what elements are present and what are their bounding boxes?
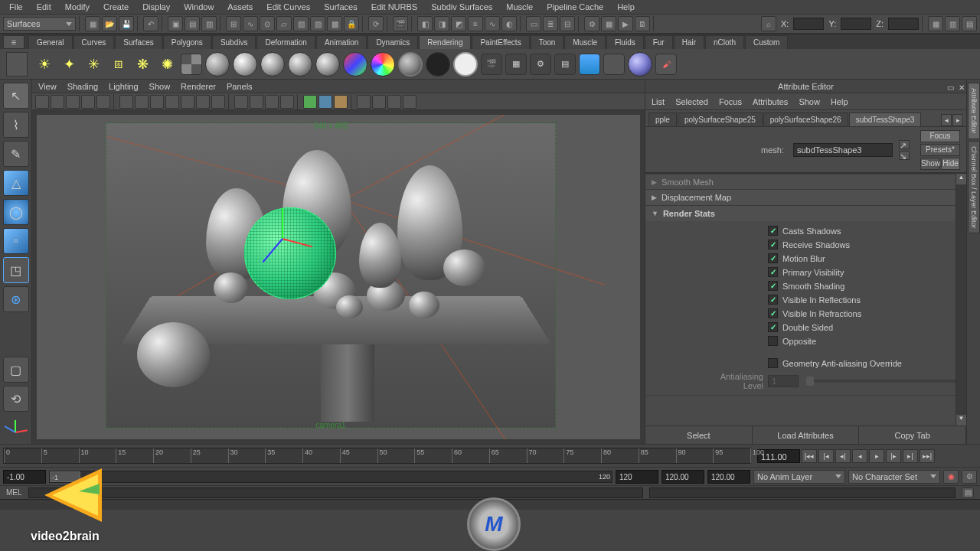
select-by-type-icon[interactable]: ▣: [168, 16, 183, 31]
select-all-icon[interactable]: ▥: [201, 16, 217, 31]
auto-key-icon[interactable]: ◉: [943, 470, 959, 484]
toggle-tool-settings-icon[interactable]: ▥: [945, 16, 960, 31]
spot-light-icon[interactable]: ✦: [58, 54, 80, 75]
menu-surfaces[interactable]: Surfaces: [318, 1, 363, 13]
scrollbar[interactable]: ▲ ▼: [956, 174, 966, 425]
vp-menu-renderer[interactable]: Renderer: [181, 82, 216, 91]
render-stat-checkbox[interactable]: ✓: [768, 240, 778, 249]
batch-render-icon[interactable]: [603, 54, 625, 75]
x-field[interactable]: [793, 18, 824, 30]
menu-file[interactable]: File: [3, 1, 29, 13]
script-editor-icon[interactable]: ▤: [962, 487, 974, 498]
gizmo-y-axis[interactable]: [282, 208, 283, 239]
menu-pipeline-cache[interactable]: Pipeline Cache: [541, 1, 609, 13]
shelf-tab-hair[interactable]: Hair: [674, 35, 704, 49]
shelf-tab-fluids[interactable]: Fluids: [606, 35, 644, 49]
render-stat-checkbox[interactable]: ✓: [768, 322, 778, 332]
layout-single-icon[interactable]: ▢: [3, 357, 29, 383]
vp-expose-icon[interactable]: [403, 95, 416, 109]
anisotropic-material-icon[interactable]: [315, 52, 340, 77]
ae-tab-next-icon[interactable]: ▸: [952, 114, 963, 126]
command-input[interactable]: [28, 487, 643, 498]
make-live-icon[interactable]: ▩: [327, 16, 342, 31]
lambert-material-icon[interactable]: [205, 52, 230, 77]
copy-tab-button[interactable]: Copy Tab: [859, 426, 966, 444]
phong-e-material-icon[interactable]: [288, 52, 312, 77]
snap-point-icon[interactable]: ⊙: [260, 16, 275, 31]
shelf-tab-curves[interactable]: Curves: [74, 35, 115, 49]
vp-menu-lighting[interactable]: Lighting: [109, 82, 139, 91]
outliner-icon[interactable]: ≡: [468, 16, 483, 31]
layout-icon[interactable]: ⊟: [560, 16, 575, 31]
phong-material-icon[interactable]: [260, 52, 285, 77]
mesh-name-field[interactable]: [793, 143, 893, 157]
vp-menu-show[interactable]: Show: [149, 82, 171, 91]
vp-shadows-icon[interactable]: [303, 95, 317, 109]
presets-button[interactable]: Presets*: [920, 144, 960, 156]
construction-plane-icon[interactable]: ▭: [526, 16, 541, 31]
menu-edit-nurbs[interactable]: Edit NURBS: [365, 1, 424, 13]
vp-camera-select-icon[interactable]: [35, 95, 49, 109]
geom-aa-checkbox[interactable]: [768, 358, 778, 368]
menu-help[interactable]: Help: [611, 1, 641, 13]
render-stat-checkbox[interactable]: [768, 336, 778, 346]
render-stat-checkbox[interactable]: ✓: [768, 226, 778, 236]
ae-tab-2[interactable]: polySurfaceShape26: [763, 112, 848, 126]
new-scene-icon[interactable]: ▦: [85, 16, 100, 31]
render-stat-checkbox[interactable]: ✓: [768, 281, 778, 291]
blinn-material-icon[interactable]: [233, 52, 257, 77]
step-forward-key-icon[interactable]: ▸|: [903, 449, 918, 463]
paint-select-tool-icon[interactable]: ✎: [3, 141, 29, 167]
shelf-tab-toon[interactable]: Toon: [531, 35, 564, 49]
ipr-render-icon[interactable]: ▦: [505, 54, 527, 75]
snap-curve-icon[interactable]: ∿: [243, 16, 258, 31]
select-by-name-icon[interactable]: ▤: [185, 16, 200, 31]
menu-modify[interactable]: Modify: [59, 1, 96, 13]
move-tool-icon[interactable]: △: [3, 170, 29, 196]
vp-field-chart-icon[interactable]: [181, 95, 194, 109]
range-start-field[interactable]: -1.00: [3, 470, 46, 484]
shelf-tab-muscle[interactable]: Muscle: [564, 35, 606, 49]
texture-checker-icon[interactable]: [181, 54, 202, 75]
mental-ray-icon[interactable]: [628, 52, 652, 77]
render-globals-icon[interactable]: ⚙: [584, 16, 599, 31]
vp-menu-view[interactable]: View: [38, 82, 57, 91]
script-lang-label[interactable]: MEL: [6, 488, 22, 497]
lock-selection-icon[interactable]: 🔒: [344, 16, 359, 31]
go-to-start-icon[interactable]: |◂◂: [802, 449, 817, 463]
ae-menu-selected[interactable]: Selected: [675, 97, 708, 106]
vp-camera-attr-icon[interactable]: [51, 95, 64, 109]
module-dropdown[interactable]: Surfaces: [3, 17, 76, 31]
anim-start-field[interactable]: 120.00: [662, 470, 704, 484]
section-render-stats-header[interactable]: ▼ Render Stats: [645, 206, 966, 221]
select-tool-icon[interactable]: ↖: [3, 83, 29, 109]
hypershade-icon[interactable]: ▤: [554, 54, 576, 75]
focus-button[interactable]: Focus: [920, 130, 960, 142]
scroll-up-icon[interactable]: ▲: [956, 174, 966, 184]
area-light-icon[interactable]: ⧆: [107, 54, 129, 75]
go-to-end-icon[interactable]: ▸▸|: [920, 449, 935, 463]
render-settings-icon[interactable]: ◨: [434, 16, 449, 31]
prefs-icon[interactable]: ⚙: [962, 470, 977, 484]
layered-material-icon[interactable]: [371, 52, 395, 77]
ae-menu-list[interactable]: List: [652, 97, 665, 106]
shelf-tab-ncloth[interactable]: nCloth: [705, 35, 744, 49]
last-tool-icon[interactable]: ⟲: [3, 386, 29, 412]
soft-select-icon[interactable]: ⊛: [3, 286, 29, 312]
history-icon[interactable]: ⟳: [368, 16, 384, 31]
vp-menu-shading[interactable]: Shading: [67, 82, 98, 91]
vp-smooth-shade-icon[interactable]: [250, 95, 263, 109]
vp-ao-icon[interactable]: [318, 95, 332, 109]
scale-tool-icon[interactable]: ▫: [3, 228, 29, 254]
vp-motion-blur-icon[interactable]: [334, 95, 348, 109]
shelf-tab-custom[interactable]: Custom: [745, 35, 788, 49]
scroll-down-icon[interactable]: ▼: [956, 415, 966, 425]
playblast-icon[interactable]: ▶: [618, 16, 633, 31]
open-scene-icon[interactable]: 📂: [102, 16, 117, 31]
time-ruler[interactable]: 0510152025303540455055606570758085909510…: [3, 448, 751, 464]
shelf-tab-rendering[interactable]: Rendering: [419, 35, 471, 49]
menu-window[interactable]: Window: [178, 1, 220, 13]
vp-gate-mask-icon[interactable]: [165, 95, 179, 109]
render-stat-checkbox[interactable]: ✓: [768, 295, 778, 305]
cache-icon[interactable]: 🗎: [635, 16, 650, 31]
